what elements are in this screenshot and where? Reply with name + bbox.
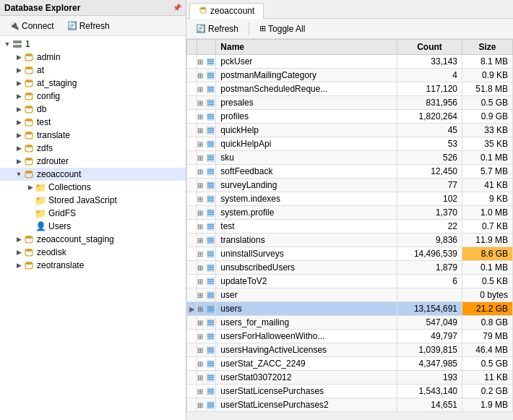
left-refresh-button[interactable]: 🔄 Refresh — [62, 19, 115, 33]
row-size: 0.8 GB — [462, 316, 513, 330]
expand-col — [187, 398, 197, 412]
row-name[interactable]: usersForHalloweenWitho... — [216, 330, 397, 343]
expand-col — [187, 96, 197, 110]
row-name[interactable]: surveyLanding — [216, 179, 397, 192]
tree-item-config[interactable]: ▶ config — [0, 90, 186, 103]
expand-plus[interactable]: ⊞ — [197, 181, 203, 189]
tree-item-zeodisk[interactable]: ▶ zeodisk — [0, 246, 186, 259]
row-name[interactable]: usersHavingActiveLicenses — [216, 343, 397, 357]
row-name[interactable]: test — [216, 220, 397, 233]
expand-plus[interactable]: ⊞ — [197, 264, 203, 272]
svg-rect-23 — [207, 73, 214, 74]
tree-item-zdfs[interactable]: ▶ zdfs — [0, 142, 186, 155]
row-name[interactable]: system.profile — [216, 206, 397, 220]
row-name[interactable]: unsubscribedUsers — [216, 261, 397, 275]
row-name[interactable]: postmanScheduledReque... — [216, 82, 397, 96]
row-name[interactable]: userStatLicensePurchases — [216, 385, 397, 398]
expand-plus[interactable]: ⊞ — [197, 250, 203, 258]
row-name[interactable]: system.indexes — [216, 192, 397, 206]
expand-plus[interactable]: ⊞ — [197, 140, 203, 148]
tree-item-admin[interactable]: ▶ admin — [0, 51, 186, 64]
row-name[interactable]: profiles — [216, 110, 397, 124]
row-icon-col: ⊞ — [197, 192, 216, 206]
row-size: 0.2 GB — [462, 385, 513, 398]
row-name[interactable]: softFeedback — [216, 165, 397, 179]
expand-plus[interactable]: ⊞ — [197, 278, 203, 286]
tree-item-zeoaccount[interactable]: ▼ zeoaccount — [0, 168, 186, 181]
svg-rect-81 — [207, 269, 214, 270]
tree-item-db[interactable]: ▶ db — [0, 103, 186, 116]
expand-plus[interactable]: ⊞ — [197, 291, 203, 299]
connect-button[interactable]: 🔌 Connect — [4, 19, 59, 33]
expand-plus[interactable]: ⊞ — [197, 209, 203, 217]
svg-rect-27 — [207, 87, 214, 88]
tree-item-gridfs[interactable]: 📁 GridFS — [0, 207, 186, 220]
expand-plus[interactable]: ⊞ — [197, 85, 203, 93]
pin-icon[interactable]: 📌 — [173, 4, 181, 12]
collection-icon — [206, 70, 215, 80]
row-name[interactable]: users — [216, 302, 397, 316]
svg-point-8 — [25, 106, 33, 108]
expand-plus[interactable]: ⊞ — [197, 236, 203, 244]
row-name[interactable]: pckUser — [216, 55, 397, 69]
expand-plus[interactable]: ⊞ — [197, 346, 203, 354]
expand-col — [187, 192, 197, 206]
expand-col — [187, 137, 197, 151]
svg-rect-57 — [207, 187, 214, 188]
row-name[interactable]: users_for_mailing — [216, 316, 397, 330]
svg-rect-31 — [207, 100, 214, 102]
tree-item-zeotranslate[interactable]: ▶ zeotranslate — [0, 259, 186, 272]
svg-rect-72 — [207, 240, 214, 241]
row-name[interactable]: userStat03072012 — [216, 371, 397, 385]
expand-plus[interactable]: ⊞ — [197, 113, 203, 121]
expand-plus[interactable]: ⊞ — [197, 72, 203, 80]
expand-plus[interactable]: ⊞ — [197, 305, 203, 313]
row-name[interactable]: user — [216, 288, 397, 302]
expand-plus[interactable]: ⊞ — [197, 99, 203, 107]
row-name[interactable]: presales — [216, 96, 397, 110]
tree-item-at[interactable]: ▶ at — [0, 64, 186, 77]
expand-plus[interactable]: ⊞ — [197, 374, 203, 382]
tree-item-at_staging[interactable]: ▶ at_staging — [0, 77, 186, 90]
expand-plus[interactable]: ⊞ — [197, 154, 203, 162]
expand-plus[interactable]: ⊞ — [197, 168, 203, 176]
expand-plus[interactable]: ⊞ — [197, 401, 203, 409]
svg-rect-61 — [207, 200, 214, 202]
tab-zeoaccount[interactable]: zeoaccount — [189, 3, 264, 19]
folder-icon-stored-js: 📁 — [35, 194, 46, 206]
expand-plus[interactable]: ⊞ — [197, 333, 203, 340]
tree-item-stored-js[interactable]: 📁 Stored JavaScript — [0, 194, 186, 207]
row-name[interactable]: quickHelp — [216, 124, 397, 137]
svg-rect-53 — [207, 173, 214, 174]
svg-rect-99 — [207, 334, 214, 335]
expand-plus[interactable]: ⊞ — [197, 58, 203, 66]
row-size: 11.9 MB — [462, 233, 513, 247]
expand-plus[interactable]: ⊞ — [197, 360, 203, 368]
expand-plus[interactable]: ⊞ — [197, 195, 203, 203]
row-name[interactable]: sku — [216, 151, 397, 165]
expand-plus[interactable]: ⊞ — [197, 223, 203, 231]
toggle-all-button[interactable]: ⊞ Toggle All — [254, 22, 310, 36]
row-name[interactable]: updateToV2 — [216, 275, 397, 288]
row-name[interactable]: uninstallSurveys — [216, 247, 397, 261]
expand-col — [187, 247, 197, 261]
tree-item-zeoaccount_staging[interactable]: ▶ zeoaccount_staging — [0, 233, 186, 246]
row-name[interactable]: translations — [216, 233, 397, 247]
row-name[interactable]: userStat_ZACC_2249 — [216, 357, 397, 371]
expand-plus[interactable]: ⊞ — [197, 319, 203, 327]
tree-item-zdrouter[interactable]: ▶ zdrouter — [0, 155, 186, 168]
svg-point-2 — [20, 41, 21, 43]
row-name[interactable]: quickHelpApi — [216, 137, 397, 151]
tree-item-translate[interactable]: ▶ translate — [0, 129, 186, 142]
tree-item-users[interactable]: 👤 Users — [0, 220, 186, 233]
row-icon-col: ⊞ — [197, 124, 216, 137]
expand-plus[interactable]: ⊞ — [197, 127, 203, 134]
expand-plus[interactable]: ⊞ — [197, 387, 203, 395]
tree-item-collections[interactable]: ▶ 📁 Collections — [0, 181, 186, 194]
row-name[interactable]: userStatLicensePurchases2 — [216, 398, 397, 412]
svg-rect-56 — [207, 185, 214, 187]
row-name[interactable]: postmanMailingCategory — [216, 69, 397, 82]
tree-root[interactable]: ▼ 1 — [0, 38, 186, 51]
tree-item-test[interactable]: ▶ test — [0, 116, 186, 129]
right-refresh-button[interactable]: 🔄 Refresh — [191, 22, 243, 36]
